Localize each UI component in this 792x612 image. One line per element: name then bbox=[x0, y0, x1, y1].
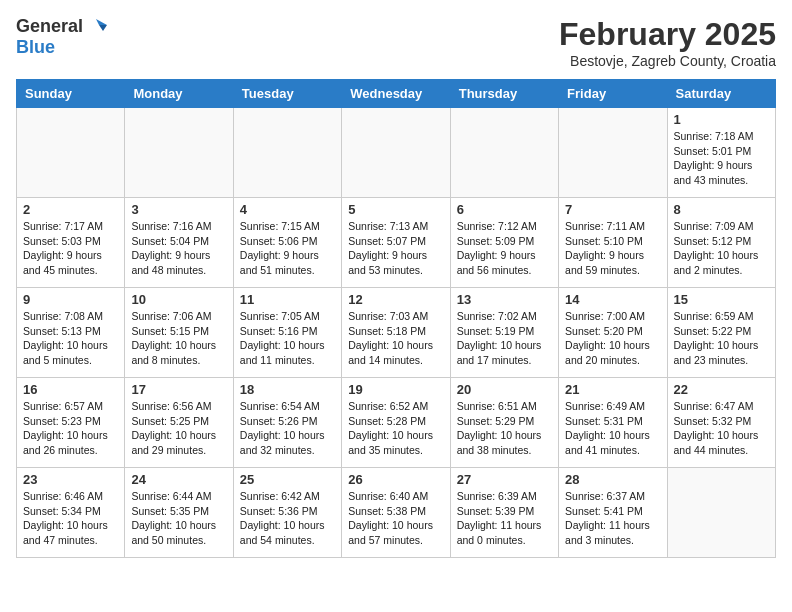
day-of-week-header: Sunday bbox=[17, 80, 125, 108]
calendar-day-cell: 19Sunrise: 6:52 AM Sunset: 5:28 PM Dayli… bbox=[342, 378, 450, 468]
day-number: 3 bbox=[131, 202, 226, 217]
calendar-day-cell bbox=[667, 468, 775, 558]
day-of-week-header: Friday bbox=[559, 80, 667, 108]
day-info: Sunrise: 6:40 AM Sunset: 5:38 PM Dayligh… bbox=[348, 489, 443, 548]
calendar-day-cell: 8Sunrise: 7:09 AM Sunset: 5:12 PM Daylig… bbox=[667, 198, 775, 288]
calendar-week-row: 2Sunrise: 7:17 AM Sunset: 5:03 PM Daylig… bbox=[17, 198, 776, 288]
day-of-week-header: Wednesday bbox=[342, 80, 450, 108]
day-number: 19 bbox=[348, 382, 443, 397]
svg-marker-1 bbox=[99, 25, 107, 31]
day-info: Sunrise: 6:56 AM Sunset: 5:25 PM Dayligh… bbox=[131, 399, 226, 458]
day-info: Sunrise: 7:00 AM Sunset: 5:20 PM Dayligh… bbox=[565, 309, 660, 368]
day-info: Sunrise: 7:17 AM Sunset: 5:03 PM Dayligh… bbox=[23, 219, 118, 278]
day-number: 6 bbox=[457, 202, 552, 217]
calendar-day-cell: 14Sunrise: 7:00 AM Sunset: 5:20 PM Dayli… bbox=[559, 288, 667, 378]
day-info: Sunrise: 7:02 AM Sunset: 5:19 PM Dayligh… bbox=[457, 309, 552, 368]
calendar-day-cell: 17Sunrise: 6:56 AM Sunset: 5:25 PM Dayli… bbox=[125, 378, 233, 468]
calendar-day-cell: 3Sunrise: 7:16 AM Sunset: 5:04 PM Daylig… bbox=[125, 198, 233, 288]
calendar-subtitle: Bestovje, Zagreb County, Croatia bbox=[559, 53, 776, 69]
calendar-day-cell bbox=[233, 108, 341, 198]
calendar-day-cell bbox=[125, 108, 233, 198]
calendar-week-row: 9Sunrise: 7:08 AM Sunset: 5:13 PM Daylig… bbox=[17, 288, 776, 378]
calendar-day-cell: 18Sunrise: 6:54 AM Sunset: 5:26 PM Dayli… bbox=[233, 378, 341, 468]
day-number: 5 bbox=[348, 202, 443, 217]
logo: General Blue bbox=[16, 16, 107, 58]
day-number: 1 bbox=[674, 112, 769, 127]
calendar-week-row: 1Sunrise: 7:18 AM Sunset: 5:01 PM Daylig… bbox=[17, 108, 776, 198]
day-info: Sunrise: 7:18 AM Sunset: 5:01 PM Dayligh… bbox=[674, 129, 769, 188]
day-info: Sunrise: 6:44 AM Sunset: 5:35 PM Dayligh… bbox=[131, 489, 226, 548]
day-info: Sunrise: 6:49 AM Sunset: 5:31 PM Dayligh… bbox=[565, 399, 660, 458]
logo-blue-text: Blue bbox=[16, 37, 55, 57]
day-info: Sunrise: 7:15 AM Sunset: 5:06 PM Dayligh… bbox=[240, 219, 335, 278]
day-info: Sunrise: 7:06 AM Sunset: 5:15 PM Dayligh… bbox=[131, 309, 226, 368]
calendar-day-cell: 12Sunrise: 7:03 AM Sunset: 5:18 PM Dayli… bbox=[342, 288, 450, 378]
calendar-day-cell: 2Sunrise: 7:17 AM Sunset: 5:03 PM Daylig… bbox=[17, 198, 125, 288]
calendar-day-cell: 13Sunrise: 7:02 AM Sunset: 5:19 PM Dayli… bbox=[450, 288, 558, 378]
day-number: 9 bbox=[23, 292, 118, 307]
calendar-header-row: SundayMondayTuesdayWednesdayThursdayFrid… bbox=[17, 80, 776, 108]
calendar-day-cell: 26Sunrise: 6:40 AM Sunset: 5:38 PM Dayli… bbox=[342, 468, 450, 558]
day-info: Sunrise: 6:42 AM Sunset: 5:36 PM Dayligh… bbox=[240, 489, 335, 548]
calendar-day-cell: 22Sunrise: 6:47 AM Sunset: 5:32 PM Dayli… bbox=[667, 378, 775, 468]
calendar-day-cell: 21Sunrise: 6:49 AM Sunset: 5:31 PM Dayli… bbox=[559, 378, 667, 468]
day-number: 20 bbox=[457, 382, 552, 397]
calendar-day-cell: 10Sunrise: 7:06 AM Sunset: 5:15 PM Dayli… bbox=[125, 288, 233, 378]
calendar-day-cell bbox=[450, 108, 558, 198]
day-number: 24 bbox=[131, 472, 226, 487]
title-block: February 2025 Bestovje, Zagreb County, C… bbox=[559, 16, 776, 69]
day-info: Sunrise: 6:37 AM Sunset: 5:41 PM Dayligh… bbox=[565, 489, 660, 548]
day-number: 18 bbox=[240, 382, 335, 397]
calendar-day-cell: 1Sunrise: 7:18 AM Sunset: 5:01 PM Daylig… bbox=[667, 108, 775, 198]
calendar-week-row: 16Sunrise: 6:57 AM Sunset: 5:23 PM Dayli… bbox=[17, 378, 776, 468]
day-info: Sunrise: 6:59 AM Sunset: 5:22 PM Dayligh… bbox=[674, 309, 769, 368]
day-number: 12 bbox=[348, 292, 443, 307]
calendar-title: February 2025 bbox=[559, 16, 776, 53]
calendar-day-cell: 5Sunrise: 7:13 AM Sunset: 5:07 PM Daylig… bbox=[342, 198, 450, 288]
day-info: Sunrise: 6:54 AM Sunset: 5:26 PM Dayligh… bbox=[240, 399, 335, 458]
day-number: 8 bbox=[674, 202, 769, 217]
calendar-day-cell bbox=[559, 108, 667, 198]
day-number: 11 bbox=[240, 292, 335, 307]
logo-general-text: General bbox=[16, 16, 83, 37]
day-number: 7 bbox=[565, 202, 660, 217]
day-number: 15 bbox=[674, 292, 769, 307]
day-of-week-header: Monday bbox=[125, 80, 233, 108]
day-number: 21 bbox=[565, 382, 660, 397]
calendar-day-cell: 23Sunrise: 6:46 AM Sunset: 5:34 PM Dayli… bbox=[17, 468, 125, 558]
calendar-day-cell: 15Sunrise: 6:59 AM Sunset: 5:22 PM Dayli… bbox=[667, 288, 775, 378]
day-info: Sunrise: 6:46 AM Sunset: 5:34 PM Dayligh… bbox=[23, 489, 118, 548]
page-header: General Blue February 2025 Bestovje, Zag… bbox=[16, 16, 776, 69]
day-info: Sunrise: 7:03 AM Sunset: 5:18 PM Dayligh… bbox=[348, 309, 443, 368]
calendar-day-cell: 27Sunrise: 6:39 AM Sunset: 5:39 PM Dayli… bbox=[450, 468, 558, 558]
day-of-week-header: Thursday bbox=[450, 80, 558, 108]
calendar-day-cell: 28Sunrise: 6:37 AM Sunset: 5:41 PM Dayli… bbox=[559, 468, 667, 558]
day-number: 16 bbox=[23, 382, 118, 397]
calendar-day-cell: 25Sunrise: 6:42 AM Sunset: 5:36 PM Dayli… bbox=[233, 468, 341, 558]
day-number: 4 bbox=[240, 202, 335, 217]
day-number: 25 bbox=[240, 472, 335, 487]
calendar-day-cell: 16Sunrise: 6:57 AM Sunset: 5:23 PM Dayli… bbox=[17, 378, 125, 468]
day-number: 14 bbox=[565, 292, 660, 307]
calendar-day-cell bbox=[17, 108, 125, 198]
calendar-day-cell: 24Sunrise: 6:44 AM Sunset: 5:35 PM Dayli… bbox=[125, 468, 233, 558]
svg-marker-0 bbox=[96, 19, 107, 25]
calendar-day-cell: 4Sunrise: 7:15 AM Sunset: 5:06 PM Daylig… bbox=[233, 198, 341, 288]
day-number: 28 bbox=[565, 472, 660, 487]
day-info: Sunrise: 7:12 AM Sunset: 5:09 PM Dayligh… bbox=[457, 219, 552, 278]
day-number: 17 bbox=[131, 382, 226, 397]
calendar-day-cell bbox=[342, 108, 450, 198]
day-number: 23 bbox=[23, 472, 118, 487]
day-info: Sunrise: 7:13 AM Sunset: 5:07 PM Dayligh… bbox=[348, 219, 443, 278]
calendar-day-cell: 7Sunrise: 7:11 AM Sunset: 5:10 PM Daylig… bbox=[559, 198, 667, 288]
day-number: 22 bbox=[674, 382, 769, 397]
calendar-day-cell: 11Sunrise: 7:05 AM Sunset: 5:16 PM Dayli… bbox=[233, 288, 341, 378]
day-info: Sunrise: 7:11 AM Sunset: 5:10 PM Dayligh… bbox=[565, 219, 660, 278]
calendar-week-row: 23Sunrise: 6:46 AM Sunset: 5:34 PM Dayli… bbox=[17, 468, 776, 558]
day-info: Sunrise: 6:51 AM Sunset: 5:29 PM Dayligh… bbox=[457, 399, 552, 458]
day-info: Sunrise: 6:57 AM Sunset: 5:23 PM Dayligh… bbox=[23, 399, 118, 458]
day-number: 13 bbox=[457, 292, 552, 307]
calendar-day-cell: 9Sunrise: 7:08 AM Sunset: 5:13 PM Daylig… bbox=[17, 288, 125, 378]
calendar-day-cell: 20Sunrise: 6:51 AM Sunset: 5:29 PM Dayli… bbox=[450, 378, 558, 468]
day-of-week-header: Tuesday bbox=[233, 80, 341, 108]
